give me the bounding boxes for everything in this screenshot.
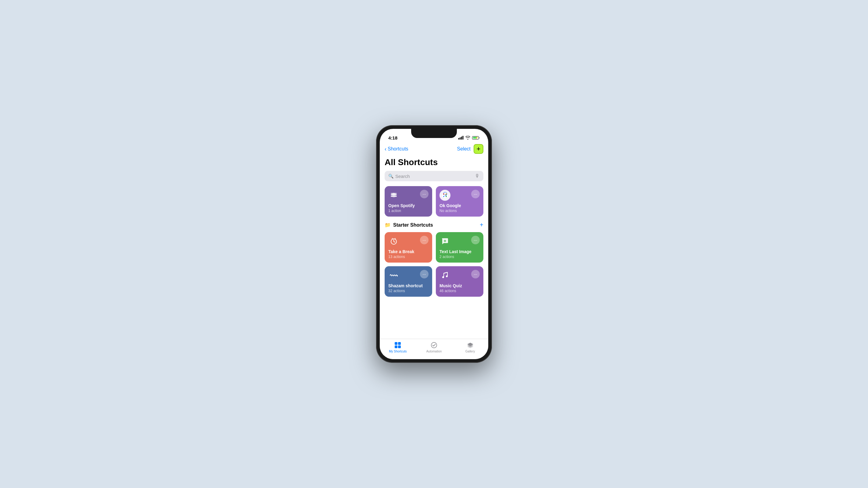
card-top-music: ···	[439, 270, 480, 281]
gallery-layers-icon	[467, 341, 474, 349]
battery-icon: ⚡	[472, 136, 480, 139]
card-subtitle-shazam: 32 actions	[388, 289, 429, 293]
wifi-icon	[465, 136, 470, 139]
card-top-google: ···	[439, 190, 480, 201]
microphone-icon[interactable]: 🎙	[475, 173, 480, 179]
waveform-icon	[388, 270, 399, 281]
svg-rect-3	[463, 136, 464, 139]
nav-right-actions: Select +	[457, 144, 484, 154]
search-bar[interactable]: 🔍 Search 🎙	[384, 171, 484, 181]
status-time: 4:18	[388, 135, 397, 140]
phone-frame: 4:18 ⚡	[376, 125, 492, 363]
card-bottom-text: Text Last Image 2 actions	[439, 249, 480, 259]
shortcut-card-ok-google[interactable]: ··· Ok Google No actions	[436, 186, 484, 217]
search-placeholder: Search	[395, 174, 473, 179]
tab-automation[interactable]: Automation	[416, 341, 452, 353]
svg-rect-1	[460, 137, 461, 139]
tab-bar: My Shortcuts Automation Gallery	[380, 339, 488, 359]
svg-point-10	[445, 196, 447, 197]
automation-label: Automation	[426, 350, 442, 353]
starter-shortcuts-grid: ··· Take a Break 13 actions	[384, 232, 484, 297]
more-button-google[interactable]: ···	[471, 190, 480, 198]
back-label: Shortcuts	[388, 146, 408, 152]
scroll-content: ··· Open Spotify 1 action	[380, 186, 488, 339]
status-icons: ⚡	[458, 136, 480, 139]
svg-point-19	[431, 343, 437, 348]
svg-rect-2	[461, 137, 462, 140]
more-button-music[interactable]: ···	[471, 270, 480, 279]
more-button-break[interactable]: ···	[420, 236, 429, 244]
more-button-shazam[interactable]: ···	[420, 270, 429, 279]
card-subtitle-text: 2 actions	[439, 255, 480, 259]
svg-rect-17	[395, 346, 397, 348]
nav-header: ‹ Shortcuts Select +	[380, 142, 488, 156]
search-icon: 🔍	[388, 174, 394, 178]
chat-plus-icon	[439, 236, 451, 247]
card-title-google: Ok Google	[439, 203, 480, 208]
card-subtitle-spotify: 1 action	[388, 209, 429, 213]
card-top-shazam: ···	[388, 270, 429, 281]
layers-icon	[388, 190, 399, 201]
card-title-break: Take a Break	[388, 249, 429, 254]
svg-rect-16	[398, 342, 401, 345]
card-subtitle-google: No actions	[439, 209, 480, 213]
signal-icon	[458, 136, 464, 139]
card-title-spotify: Open Spotify	[388, 203, 429, 208]
card-bottom-shazam: Shazam shortcut 32 actions	[388, 283, 429, 293]
phone-screen: 4:18 ⚡	[380, 129, 488, 359]
svg-point-9	[445, 193, 447, 195]
svg-point-13	[442, 276, 444, 278]
card-top-text: ···	[439, 236, 480, 247]
section-add-button[interactable]: +	[480, 222, 484, 228]
shortcut-card-shazam[interactable]: ··· Shazam shortcut 32 actions	[384, 266, 432, 297]
starter-section-header: 📁 Starter Shortcuts +	[384, 222, 484, 228]
plus-icon: +	[477, 145, 480, 152]
card-bottom-spotify: Open Spotify 1 action	[388, 203, 429, 213]
card-top: ···	[388, 190, 429, 201]
svg-point-8	[443, 193, 444, 195]
page-title: All Shortcuts	[380, 156, 488, 171]
card-subtitle-music: 46 actions	[439, 289, 480, 293]
add-shortcut-button[interactable]: +	[474, 144, 484, 154]
automation-icon	[430, 341, 438, 349]
shortcut-card-music-quiz[interactable]: ··· Music Quiz 46 actions	[436, 266, 484, 297]
shortcut-card-text-last-image[interactable]: ··· Text Last Image 2 actions	[436, 232, 484, 263]
my-shortcuts-grid: ··· Open Spotify 1 action	[384, 186, 484, 217]
card-title-music: Music Quiz	[439, 283, 480, 288]
svg-point-14	[446, 275, 448, 277]
card-title-shazam: Shazam shortcut	[388, 283, 429, 288]
card-bottom-google: Ok Google No actions	[439, 203, 480, 213]
google-icon-circle	[439, 190, 451, 201]
card-bottom-break: Take a Break 13 actions	[388, 249, 429, 259]
svg-rect-15	[395, 342, 397, 345]
clock-icon	[388, 236, 399, 247]
svg-point-11	[443, 196, 444, 197]
gallery-label: Gallery	[465, 350, 475, 353]
tab-my-shortcuts[interactable]: My Shortcuts	[380, 341, 416, 353]
back-button[interactable]: ‹ Shortcuts	[384, 146, 408, 152]
music-note-icon	[439, 270, 451, 281]
shortcut-card-open-spotify[interactable]: ··· Open Spotify 1 action	[384, 186, 432, 217]
folder-icon: 📁	[384, 222, 391, 228]
my-shortcuts-grid-icon	[394, 341, 401, 349]
card-title-text: Text Last Image	[439, 249, 480, 254]
svg-rect-18	[398, 346, 401, 348]
notch	[411, 129, 457, 138]
tab-gallery[interactable]: Gallery	[452, 341, 488, 353]
card-top-break: ···	[388, 236, 429, 247]
more-button-text[interactable]: ···	[471, 236, 480, 244]
svg-rect-0	[458, 138, 459, 139]
select-button[interactable]: Select	[457, 146, 471, 152]
section-header-left: 📁 Starter Shortcuts	[384, 222, 433, 228]
starter-section-title: Starter Shortcuts	[393, 222, 433, 228]
card-subtitle-break: 13 actions	[388, 255, 429, 259]
my-shortcuts-label: My Shortcuts	[389, 350, 407, 353]
card-bottom-music: Music Quiz 46 actions	[439, 283, 480, 293]
more-button-spotify[interactable]: ···	[420, 190, 429, 198]
back-chevron-icon: ‹	[384, 146, 386, 152]
shortcut-card-take-a-break[interactable]: ··· Take a Break 13 actions	[384, 232, 432, 263]
